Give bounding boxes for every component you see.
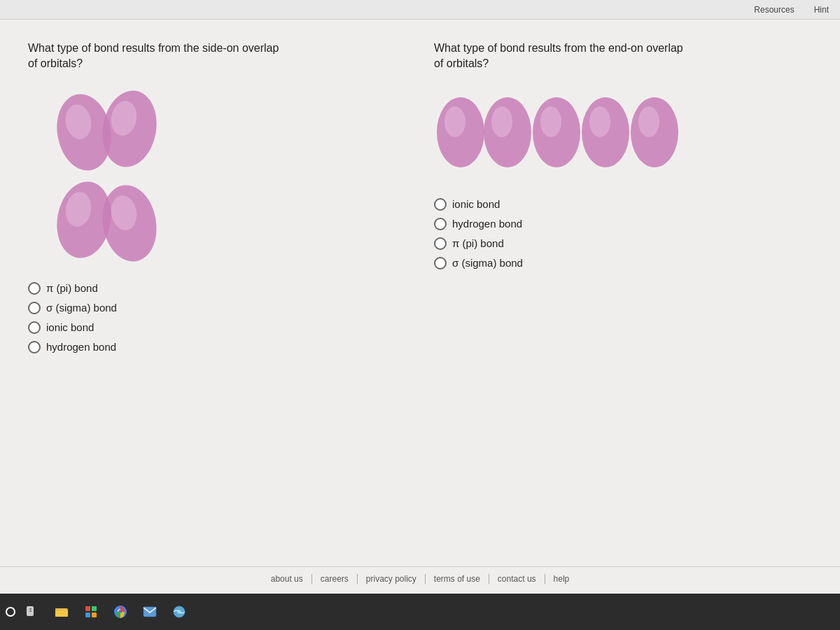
footer-links: about us careers privacy policy terms of… [0, 566, 840, 594]
left-orbital-svg [28, 90, 182, 272]
svg-point-13 [540, 106, 561, 137]
svg-point-17 [638, 106, 659, 137]
left-question-text: What type of bond results from the side-… [28, 41, 280, 72]
left-options-list: π (pi) bond σ (sigma) bond ionic bond hy… [28, 282, 406, 354]
right-label-ionic: ionic bond [452, 198, 500, 210]
taskbar-mail-button[interactable] [137, 599, 162, 624]
left-label-hydrogen: hydrogen bond [46, 341, 116, 353]
left-option-ionic[interactable]: ionic bond [28, 321, 406, 334]
right-radio-ionic[interactable] [434, 198, 447, 211]
svg-rect-27 [92, 612, 97, 617]
footer-terms-of-use[interactable]: terms of use [425, 574, 489, 584]
file-explorer-icon [55, 606, 69, 618]
right-radio-pi[interactable] [434, 237, 447, 250]
right-options-list: ionic bond hydrogen bond π (pi) bond σ (… [434, 198, 812, 270]
taskbar-fileexplorer-button[interactable] [49, 599, 74, 624]
svg-point-15 [589, 106, 610, 137]
right-orbital-illustration [434, 90, 672, 174]
svg-rect-25 [92, 606, 97, 611]
right-radio-sigma[interactable] [434, 257, 447, 270]
right-option-hydrogen[interactable]: hydrogen bond [434, 218, 812, 230]
right-label-hydrogen: hydrogen bond [452, 218, 522, 230]
right-label-pi: π (pi) bond [452, 237, 504, 249]
mail-icon [143, 606, 157, 617]
left-radio-sigma[interactable] [28, 302, 41, 314]
resources-link[interactable]: Resources [754, 5, 794, 15]
hint-link[interactable]: Hint [814, 5, 829, 15]
taskbar-browser-button[interactable] [167, 599, 192, 624]
left-radio-pi[interactable] [28, 282, 41, 295]
browser-icon [172, 605, 186, 619]
left-orbital-illustration [28, 90, 182, 258]
left-label-ionic: ionic bond [46, 321, 94, 333]
top-bar-links: Resources Hint [754, 5, 829, 15]
left-option-hydrogen[interactable]: hydrogen bond [28, 341, 406, 354]
right-option-pi[interactable]: π (pi) bond [434, 237, 812, 250]
panel-right: What type of bond results from the end-o… [434, 41, 812, 552]
taskbar-store-button[interactable] [78, 599, 104, 624]
taskbar-chrome-button[interactable] [108, 599, 133, 624]
right-radio-hydrogen[interactable] [434, 218, 447, 230]
left-radio-hydrogen[interactable] [28, 341, 41, 354]
svg-rect-24 [85, 606, 90, 611]
svg-rect-22 [55, 610, 68, 617]
right-option-sigma[interactable]: σ (sigma) bond [434, 257, 812, 270]
store-icon [85, 606, 97, 618]
top-bar: Resources Hint [0, 0, 840, 20]
svg-rect-26 [85, 612, 90, 617]
right-label-sigma: σ (sigma) bond [452, 257, 523, 269]
left-radio-ionic[interactable] [28, 321, 41, 334]
svg-rect-23 [55, 608, 60, 611]
left-label-sigma: σ (sigma) bond [46, 302, 117, 314]
right-question-text: What type of bond results from the end-o… [434, 41, 686, 72]
svg-point-11 [491, 106, 512, 137]
footer-about-us[interactable]: about us [262, 574, 312, 584]
search-icon [26, 606, 38, 618]
taskbar [0, 594, 840, 630]
footer-careers[interactable]: careers [312, 574, 357, 584]
chrome-icon [113, 605, 127, 619]
left-option-sigma[interactable]: σ (sigma) bond [28, 302, 406, 314]
svg-point-9 [444, 106, 465, 137]
quiz-container: What type of bond results from the side-… [0, 20, 840, 566]
svg-rect-31 [144, 607, 156, 617]
main-area: What type of bond results from the side-… [0, 20, 840, 594]
taskbar-start-circle[interactable] [6, 607, 15, 617]
panel-left: What type of bond results from the side-… [28, 41, 406, 552]
left-label-pi: π (pi) bond [46, 282, 98, 294]
footer-help[interactable]: help [545, 574, 578, 584]
left-option-pi[interactable]: π (pi) bond [28, 282, 406, 295]
right-option-ionic[interactable]: ionic bond [434, 198, 812, 211]
footer-privacy-policy[interactable]: privacy policy [357, 574, 425, 584]
taskbar-search-button[interactable] [20, 599, 45, 624]
footer-contact-us[interactable]: contact us [489, 574, 545, 584]
right-orbital-svg [434, 90, 700, 174]
